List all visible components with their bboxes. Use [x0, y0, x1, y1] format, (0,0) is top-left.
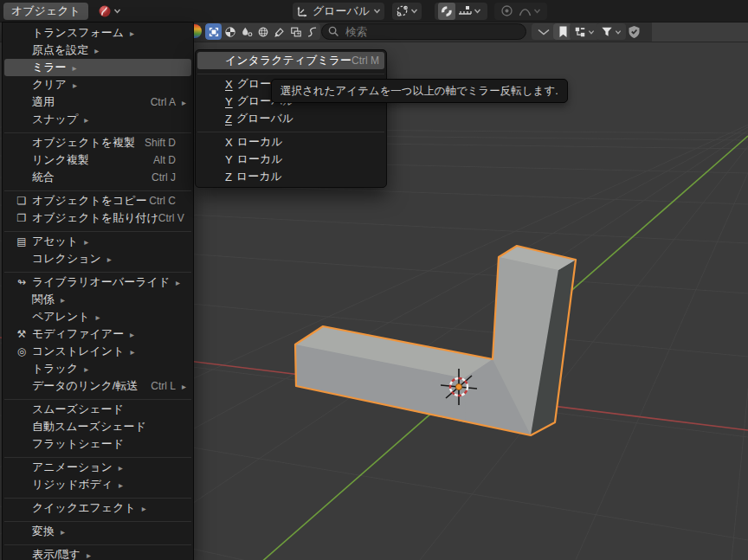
filter-dropdown[interactable]: [596, 23, 626, 40]
menu-item[interactable]: 表示/隠す: [4, 546, 191, 560]
snap-settings-dropdown[interactable]: [455, 3, 484, 20]
snap-toggle-button[interactable]: [438, 3, 455, 20]
collapse-button[interactable]: [532, 23, 556, 40]
menu-item[interactable]: フラットシェード: [4, 435, 191, 453]
menu-item[interactable]: スムーズシェード: [4, 401, 191, 418]
menu-item[interactable]: [197, 127, 384, 133]
menu-item-label: 統合: [32, 170, 55, 185]
transform-orientation-dropdown[interactable]: グローバル: [293, 3, 384, 20]
red-sphere-dropdown[interactable]: [95, 3, 124, 20]
menu-item-label: ミラー: [32, 60, 67, 75]
copy-panels-button[interactable]: [287, 23, 304, 40]
menu-item[interactable]: リンク複製 Alt D: [4, 151, 191, 169]
menu-item[interactable]: 適用 Ctrl A: [4, 93, 191, 111]
chevron-down-icon: [533, 7, 541, 15]
menu-item[interactable]: [4, 227, 191, 233]
orientation-axes-icon: [296, 5, 308, 17]
menu-item[interactable]: インタラクティブミラー Ctrl M: [197, 52, 384, 69]
submenu-arrow-icon: [170, 278, 180, 287]
menu-item[interactable]: オブジェクトを貼り付け Ctrl V: [4, 209, 191, 227]
menu-item[interactable]: [197, 69, 384, 75]
menu-item-label: ローカル: [236, 169, 282, 184]
menu-item[interactable]: データのリンク/転送 Ctrl L: [4, 377, 191, 395]
menu-item[interactable]: Z ローカル: [197, 168, 384, 185]
menu-item[interactable]: [4, 267, 191, 274]
menu-item[interactable]: Z グローバル: [197, 110, 384, 127]
menu-item-shortcut: Shift D: [145, 137, 176, 149]
menu-item[interactable]: 変換: [4, 523, 191, 540]
submenu-arrow-icon: [176, 382, 186, 391]
menu-item-icon: [11, 235, 32, 248]
menu-item[interactable]: [4, 540, 191, 546]
menu-item[interactable]: X ローカル: [197, 133, 384, 151]
menu-item-shortcut: Ctrl L: [151, 380, 176, 392]
search-field[interactable]: [321, 23, 526, 40]
chevron-down-icon: [588, 29, 595, 35]
shield-button[interactable]: [623, 23, 644, 40]
menu-item[interactable]: 関係: [4, 291, 191, 308]
object-menu-button[interactable]: オブジェクト: [3, 3, 88, 20]
submenu-arrow-icon: [90, 312, 100, 322]
hook-button[interactable]: [304, 23, 320, 40]
shield-check-icon: [628, 25, 641, 39]
menu-item[interactable]: オブジェクトをコピー Ctrl C: [4, 192, 191, 209]
menu-item[interactable]: スナップ: [4, 111, 191, 128]
globe-icon: [257, 26, 269, 38]
menu-item-label: トランスフォーム: [32, 25, 124, 41]
menu-item-label: リジッドボディ: [32, 477, 113, 492]
menu-item[interactable]: [4, 453, 191, 459]
chevron-down-icon: [113, 7, 121, 15]
menu-item-label: 自動スムーズシェード: [32, 419, 146, 434]
menu-item-label: コンストレイント: [32, 344, 124, 359]
menu-item[interactable]: ミラー: [4, 59, 191, 76]
menu-item[interactable]: Y ローカル: [197, 151, 384, 168]
menu-item[interactable]: クイックエフェクト: [4, 499, 191, 517]
proportional-falloff-dropdown[interactable]: [516, 3, 544, 20]
menu-item-label: コレクション: [32, 251, 101, 267]
menu-item[interactable]: リジッドボディ: [4, 476, 191, 493]
viewport-header: オブジェクト グローバル: [0, 0, 748, 23]
droplets-button[interactable]: [238, 23, 255, 40]
menu-item[interactable]: [4, 186, 191, 192]
chevron-down-icon: [615, 29, 622, 35]
menu-item-label: データのリンク/転送: [32, 378, 138, 394]
menu-item-label: ローカル: [237, 151, 283, 167]
select-box-tool-button[interactable]: [205, 23, 222, 40]
proportional-editing-toggle[interactable]: [498, 3, 516, 20]
pivot-point-dropdown[interactable]: [392, 3, 422, 20]
menu-item[interactable]: トラック: [4, 360, 191, 377]
menu-item[interactable]: [4, 128, 191, 134]
menu-item[interactable]: クリア: [4, 76, 191, 93]
menu-item[interactable]: アセット: [4, 233, 191, 250]
chevron-down-icon: [373, 7, 381, 15]
menu-item[interactable]: モディファイアー: [4, 325, 191, 343]
search-input[interactable]: [344, 25, 512, 39]
proportional-editing-controls: [494, 3, 547, 20]
contrast-sphere-button[interactable]: [222, 23, 238, 40]
menu-item[interactable]: コレクション: [4, 250, 191, 267]
menu-item[interactable]: オブジェクトを複製 Shift D: [4, 134, 191, 151]
menu-item[interactable]: コンストレイント: [4, 343, 191, 360]
menu-item-label: オブジェクトを複製: [32, 135, 135, 151]
object-origin-dot: [455, 383, 461, 389]
menu-item[interactable]: [4, 395, 191, 401]
submenu-arrow-icon: [124, 347, 134, 357]
submenu-arrow-icon: [124, 330, 134, 339]
menu-item[interactable]: アニメーション: [4, 459, 191, 476]
menu-item-icon: [11, 212, 32, 224]
menu-item-axis: X: [225, 78, 233, 91]
menu-item[interactable]: 原点を設定: [4, 42, 191, 59]
menu-item[interactable]: ペアレント: [4, 308, 191, 325]
menu-item-label: リンク複製: [32, 152, 89, 168]
chevron-down-icon: [410, 7, 418, 15]
menu-item[interactable]: トランスフォーム: [4, 24, 191, 42]
globe-button[interactable]: [255, 23, 271, 40]
display-mode-dropdown[interactable]: [570, 23, 599, 40]
menu-item[interactable]: 自動スムーズシェード: [4, 418, 191, 435]
menu-item[interactable]: [4, 517, 191, 523]
menu-item[interactable]: [4, 493, 191, 499]
brush-button[interactable]: [271, 23, 287, 40]
menu-item-shortcut: Alt D: [153, 154, 176, 166]
menu-item[interactable]: 統合 Ctrl J: [4, 169, 191, 186]
menu-item[interactable]: ライブラリオーバーライド: [4, 274, 191, 291]
